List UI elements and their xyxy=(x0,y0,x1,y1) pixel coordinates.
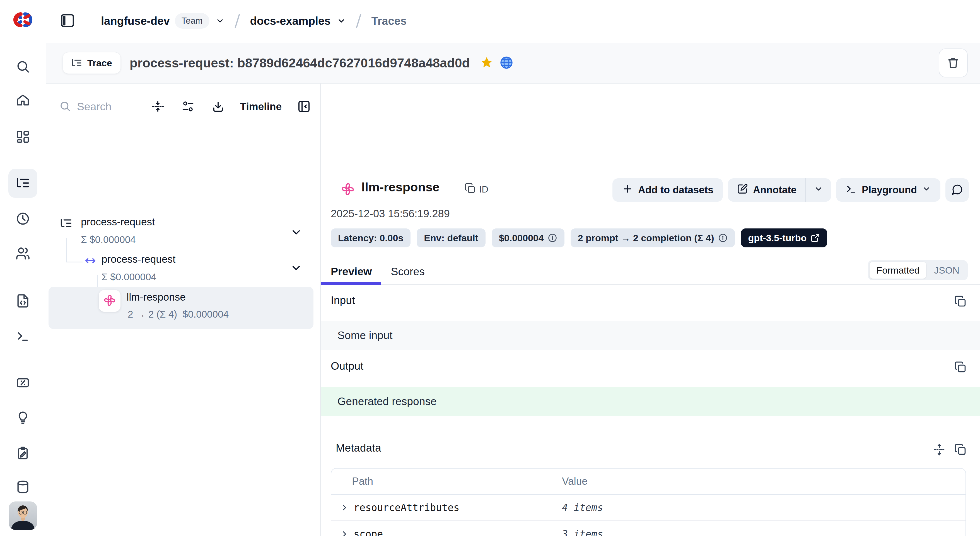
collapse-row-chevron[interactable] xyxy=(290,262,302,275)
comments-button[interactable] xyxy=(945,178,969,202)
sidebar-item-home[interactable] xyxy=(8,86,37,115)
annotate-menu-chevron[interactable] xyxy=(806,178,831,202)
square-pen-icon xyxy=(737,183,748,197)
breadcrumb-separator xyxy=(354,13,364,29)
tree-search-input[interactable] xyxy=(77,101,138,113)
sidebar-toggle-button[interactable] xyxy=(60,13,75,29)
tree-toolbar: Timeline xyxy=(59,95,311,119)
clipboard-pen-icon xyxy=(16,446,30,461)
copy-id-button[interactable]: ID xyxy=(465,183,488,196)
search-icon xyxy=(16,59,30,75)
chevron-down-icon xyxy=(337,16,346,25)
generation-flower-icon xyxy=(341,182,355,197)
generation-flower-icon xyxy=(103,294,116,308)
breadcrumb-project[interactable]: docs-examples xyxy=(250,15,346,27)
breadcrumb-separator xyxy=(232,13,242,29)
annotate-button[interactable]: Annotate xyxy=(728,178,805,202)
chevron-right-icon[interactable] xyxy=(340,503,349,512)
observation-title: llm-response xyxy=(361,180,439,195)
generation-icon-chip xyxy=(99,290,121,312)
format-json-button[interactable]: JSON xyxy=(927,262,966,279)
download-button[interactable] xyxy=(212,100,224,114)
copy-output-button[interactable] xyxy=(955,361,967,374)
trace-header-bar: Trace process-request: b8789d62464dc7627… xyxy=(46,43,980,84)
metadata-value: 4 items xyxy=(562,502,603,513)
org-name: langfuse-dev xyxy=(101,15,170,27)
metadata-table: Path Value resourceAttributes 4 items sc… xyxy=(331,468,966,536)
sidebar-item-search[interactable] xyxy=(8,52,37,81)
metadata-value: 3 items xyxy=(562,528,603,536)
list-tree-icon xyxy=(71,57,82,68)
copy-icon xyxy=(955,444,967,457)
info-icon xyxy=(548,233,557,243)
sidebar-item-datasets[interactable] xyxy=(8,473,37,502)
span-arrows-icon xyxy=(84,254,97,268)
users-icon xyxy=(16,246,30,262)
user-avatar[interactable] xyxy=(9,501,37,530)
metadata-section-label: Metadata xyxy=(336,442,381,454)
collapse-row-chevron[interactable] xyxy=(290,226,302,239)
tree-row-title[interactable]: llm-response xyxy=(127,292,186,303)
sliders-icon xyxy=(181,100,194,114)
tree-row-cost: Σ $0.000004 xyxy=(81,234,136,245)
sidebar-item-tracing[interactable] xyxy=(8,169,37,198)
tab-scores[interactable]: Scores xyxy=(381,259,434,284)
database-icon xyxy=(16,480,30,495)
collapse-panel-button[interactable] xyxy=(297,100,311,114)
timeline-toggle-button[interactable]: Timeline xyxy=(240,101,282,113)
sidebar-item-prompts[interactable] xyxy=(8,287,37,316)
collapse-all-button[interactable] xyxy=(151,100,164,114)
token-usage-badge[interactable]: 2 prompt → 2 completion (Σ 4) xyxy=(571,228,735,247)
delete-trace-button[interactable] xyxy=(939,49,968,78)
copy-icon xyxy=(465,183,476,196)
observation-panel: llm-response ID Add to datasets Annotate xyxy=(321,84,980,536)
observation-actions: Add to datasets Annotate Playground xyxy=(612,178,969,202)
trace-title: process-request: b8789d62464dc7627016d97… xyxy=(130,56,470,70)
public-share-button[interactable] xyxy=(500,56,514,70)
metadata-row[interactable]: scope 3 items xyxy=(331,521,966,536)
bookmark-star-button[interactable] xyxy=(480,56,493,70)
latency-badge: Latency: 0.00s xyxy=(331,228,410,247)
file-code-icon xyxy=(16,293,30,309)
sidebar-item-playground[interactable] xyxy=(8,322,37,351)
trace-tree: process-request Σ $0.000004 process-requ… xyxy=(47,128,320,536)
playground-button[interactable]: Playground xyxy=(836,178,940,202)
sidebar-item-users[interactable] xyxy=(8,239,37,268)
model-badge[interactable]: gpt-3.5-turbo xyxy=(741,228,827,247)
lightbulb-icon xyxy=(16,410,30,426)
format-toggle: Formatted JSON xyxy=(868,260,968,280)
tab-preview[interactable]: Preview xyxy=(321,259,381,284)
tree-row-usage: 2 → 2 (Σ 4) $0.000004 xyxy=(128,309,229,320)
sidebar-item-llm-as-a-judge[interactable] xyxy=(8,403,37,432)
trace-tree-panel: Timeline process-request Σ $0.000004 pro… xyxy=(47,84,321,536)
top-navigation: langfuse-dev Team docs-examples Traces xyxy=(46,0,980,42)
tree-row-title[interactable]: process-request xyxy=(81,216,155,228)
column-header-path: Path xyxy=(352,476,373,487)
chevron-right-icon[interactable] xyxy=(340,529,349,536)
sidebar-item-annotation[interactable] xyxy=(8,439,37,468)
environment-badge: Env: default xyxy=(417,228,485,247)
sidebar-item-dashboards[interactable] xyxy=(8,122,37,152)
chevron-down-icon xyxy=(290,262,302,275)
tree-row-title[interactable]: process-request xyxy=(102,254,175,265)
dashboard-icon xyxy=(16,130,30,145)
trash-icon xyxy=(947,56,960,70)
sidebar-item-sessions[interactable] xyxy=(8,205,37,233)
copy-metadata-button[interactable] xyxy=(955,444,967,457)
copy-input-button[interactable] xyxy=(955,295,967,308)
percent-card-icon xyxy=(16,376,30,391)
project-name: docs-examples xyxy=(250,15,331,27)
sidebar-item-evaluation[interactable] xyxy=(8,369,37,398)
format-formatted-button[interactable]: Formatted xyxy=(870,262,926,279)
breadcrumb-org[interactable]: langfuse-dev Team xyxy=(101,13,224,29)
cost-badge[interactable]: $0.000004 xyxy=(492,228,565,247)
comment-bubble-icon xyxy=(951,184,963,197)
add-to-datasets-button[interactable]: Add to datasets xyxy=(612,178,723,202)
breadcrumb-traces-link[interactable]: Traces xyxy=(371,15,407,27)
output-section-label: Output xyxy=(331,360,363,372)
tree-settings-button[interactable] xyxy=(181,100,194,114)
tree-connector xyxy=(66,262,83,262)
expand-metadata-button[interactable] xyxy=(933,444,945,457)
metadata-row[interactable]: resourceAttributes 4 items xyxy=(331,495,966,521)
terminal-icon xyxy=(16,329,30,344)
